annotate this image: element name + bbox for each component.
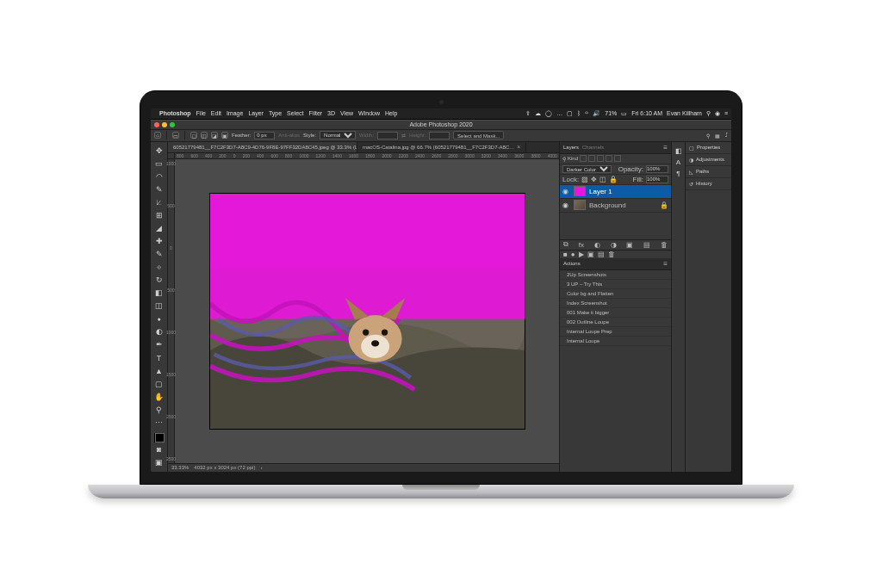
fx-icon[interactable]: fx — [579, 241, 584, 249]
opacity-input[interactable] — [646, 165, 668, 173]
trash-icon[interactable]: 🗑 — [608, 251, 615, 258]
ruler-vertical[interactable]: 1000 500 0 500 1000 1500 2000 2500 — [168, 159, 175, 463]
tools-panel[interactable]: ✥ ▭ ◠ ✎ ⟀ ⊞ ◢ ✚ ✎ ⟐ ↻ ◧ ◫ ⬥ ◐ ✒ T — [151, 142, 168, 472]
para-panel-icon[interactable]: ¶ — [676, 170, 680, 177]
path-select-tool[interactable]: ▲ — [152, 365, 165, 376]
link-layers-icon[interactable]: ⧉ — [563, 240, 568, 249]
menubar-app-name[interactable]: Photoshop — [159, 110, 191, 116]
selection-add-icon[interactable]: ◫ — [201, 132, 208, 139]
layers-footer[interactable]: ⧉ fx ◐ ◑ ▣ ▤ 🗑 — [560, 239, 671, 250]
color-swatches[interactable] — [154, 433, 165, 442]
doc-dimensions[interactable]: 4032 px x 3024 px (72 ppi) — [194, 465, 255, 470]
visibility-icon[interactable]: ◉ — [562, 201, 570, 209]
search-icon[interactable]: ⚲ — [706, 133, 710, 139]
volume-icon[interactable]: 🔊 — [593, 110, 600, 117]
mask-icon[interactable]: ◐ — [594, 241, 600, 249]
collapsed-dock[interactable]: ◧ A ¶ — [671, 142, 685, 472]
actions-controls[interactable]: ■ ● ▶ ▣ ▤ 🗑 — [560, 250, 671, 258]
move-tool[interactable]: ✥ — [152, 145, 165, 157]
eraser-tool[interactable]: ◧ — [152, 288, 165, 299]
close-button[interactable] — [154, 122, 159, 127]
action-row[interactable]: Internal Loupe Prep — [560, 327, 671, 337]
document-tab-1[interactable]: 60521779481__F7C2F3D7-A8C9-4D76-9F8E-97F… — [168, 142, 357, 152]
hand-tool[interactable]: ✋ — [152, 391, 165, 402]
lock-artboard-icon[interactable]: ◫ — [599, 176, 606, 183]
layer-row[interactable]: ◉ Background 🔒 — [560, 199, 671, 213]
lock-position-icon[interactable]: ✥ — [591, 176, 597, 183]
document-tab-2[interactable]: macOS-Catalina.jpg @ 66.7% (60521779481_… — [357, 142, 526, 152]
actions-panel[interactable]: ■ ● ▶ ▣ ▤ 🗑 Actions ≡ 2Up Sc — [560, 250, 671, 346]
lasso-tool[interactable]: ◠ — [152, 171, 165, 183]
paths-panel-tab[interactable]: ◺ Paths — [686, 166, 731, 178]
action-row[interactable]: Color bg and Flatten — [560, 289, 671, 299]
quick-select-tool[interactable]: ✎ — [152, 184, 165, 195]
menu-layer[interactable]: Layer — [248, 110, 264, 116]
clock[interactable]: Fri 6:10 AM — [631, 110, 662, 116]
actions-panel-tab[interactable]: Actions ≡ — [560, 258, 671, 270]
cc-icon[interactable]: ◯ — [545, 110, 552, 117]
share-icon[interactable]: ⤴ — [725, 133, 728, 138]
zoom-value[interactable]: 33.33% — [171, 465, 189, 470]
tab-layers[interactable]: Layers — [563, 145, 579, 150]
clone-stamp-tool[interactable]: ⟐ — [152, 262, 165, 273]
lock-all-icon[interactable]: 🔒 — [609, 176, 618, 183]
layer-name[interactable]: Background — [589, 201, 626, 209]
select-and-mask-button[interactable]: Select and Mask... — [453, 131, 504, 139]
type-tool[interactable]: T — [152, 352, 165, 363]
menu-3d[interactable]: 3D — [327, 110, 335, 116]
healing-brush-tool[interactable]: ✚ — [152, 236, 165, 247]
window-titlebar[interactable]: Adobe Photoshop 2020 — [151, 120, 731, 130]
zoom-tool[interactable]: ⚲ — [152, 404, 165, 415]
adjustments-panel-tab[interactable]: ◑ Adjustments — [686, 154, 731, 166]
crop-tool[interactable]: ⟀ — [152, 197, 165, 208]
workspace-icon[interactable]: ▦ — [715, 133, 720, 139]
lock-pixels-icon[interactable]: ▨ — [581, 176, 588, 183]
action-row[interactable]: 001 Make it bigger — [560, 308, 671, 318]
menu-image[interactable]: Image — [227, 110, 243, 116]
layer-thumbnail[interactable] — [574, 186, 586, 196]
layers-blend-row[interactable]: Darker Color Opacity: — [560, 164, 671, 175]
menu-view[interactable]: View — [340, 110, 353, 116]
selection-subtract-icon[interactable]: ◪ — [211, 132, 218, 139]
tab-actions[interactable]: Actions — [563, 261, 581, 266]
airplay-icon[interactable]: ▢ — [567, 110, 573, 117]
height-input[interactable] — [429, 132, 450, 139]
char-panel-icon[interactable]: A — [676, 158, 680, 166]
action-row[interactable]: 3 UP – Try This — [560, 280, 671, 289]
record-icon[interactable]: ● — [571, 251, 575, 258]
marquee-tool-icon[interactable]: ▭ — [172, 132, 179, 139]
siri-icon[interactable]: ◉ — [715, 110, 720, 117]
filter-adjust-icon[interactable] — [588, 155, 595, 162]
action-row[interactable]: Index Screenshot — [560, 299, 671, 308]
macos-menubar[interactable]: Photoshop File Edit Image Layer Type Sel… — [151, 108, 731, 120]
layers-panel[interactable]: Layers Channels ≡ ⚲ Kind — [560, 142, 671, 250]
layers-filter-row[interactable]: ⚲ Kind — [560, 154, 671, 164]
filter-smart-icon[interactable] — [614, 155, 621, 162]
layer-row[interactable]: ◉ Layer 1 — [560, 185, 671, 199]
layer-name[interactable]: Layer 1 — [589, 188, 612, 195]
action-row[interactable]: Internal Loupe — [560, 337, 671, 346]
window-controls[interactable] — [154, 122, 175, 127]
ruler-horizontal[interactable]: 800 600 400 200 0 200 400 600 800 1000 1… — [168, 152, 559, 159]
bluetooth-icon[interactable]: ᛒ — [577, 110, 581, 116]
width-input[interactable] — [377, 132, 398, 139]
status-bar[interactable]: 33.33% 4032 px x 3024 px (72 ppi) › — [168, 463, 559, 472]
blur-tool[interactable]: ⬥ — [152, 313, 165, 325]
feather-input[interactable] — [254, 132, 275, 139]
menu-type[interactable]: Type — [269, 110, 282, 116]
history-panel-tab[interactable]: ↺ History — [686, 178, 731, 190]
spotlight-icon[interactable]: ⚲ — [706, 110, 711, 117]
selection-intersect-icon[interactable]: ▣ — [221, 132, 228, 139]
style-select[interactable]: Normal — [320, 131, 356, 139]
layers-panel-tabs[interactable]: Layers Channels ≡ — [560, 142, 671, 154]
gradient-tool[interactable]: ◫ — [152, 300, 165, 312]
wifi-icon[interactable]: ⌔ — [585, 110, 588, 116]
close-tab-icon[interactable]: × — [517, 144, 520, 150]
blend-mode-select[interactable]: Darker Color — [562, 165, 612, 173]
cloud-icon[interactable]: ☁ — [535, 110, 541, 117]
battery-icon[interactable]: ▭ — [621, 110, 627, 117]
pen-tool[interactable]: ✒ — [152, 339, 165, 350]
menu-edit[interactable]: Edit — [211, 110, 221, 116]
canvas-area[interactable] — [175, 159, 559, 463]
selection-new-icon[interactable]: ◻ — [190, 132, 197, 139]
